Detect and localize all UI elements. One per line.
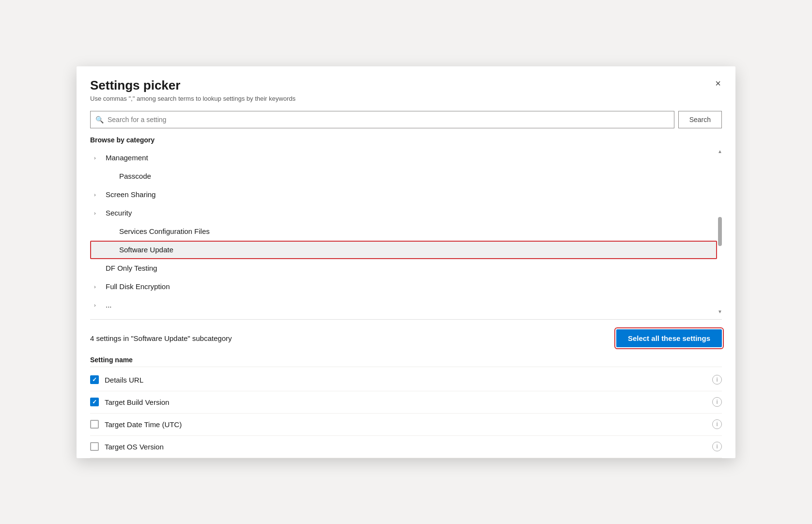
search-input[interactable] [108, 116, 669, 123]
category-label: Management [106, 154, 148, 162]
settings-row-target-date-time: Target Date Time (UTC)i [90, 414, 722, 436]
category-item-passcode[interactable]: Passcode [90, 167, 717, 185]
modal-subtitle: Use commas "," among search terms to loo… [90, 95, 722, 102]
settings-rows-list: ✓Details URLi✓Target Build VersioniTarge… [90, 369, 722, 458]
category-label: Security [106, 209, 132, 217]
settings-picker-modal: Settings picker Use commas "," among sea… [77, 66, 735, 458]
info-symbol: i [717, 443, 718, 450]
category-item-df-only-testing[interactable]: DF Only Testing [90, 259, 717, 277]
scroll-up-arrow[interactable]: ▲ [718, 149, 722, 154]
info-symbol: i [717, 376, 718, 383]
checkbox-target-date-time[interactable] [90, 420, 99, 429]
search-icon: 🔍 [95, 116, 104, 123]
checkbox-details-url[interactable]: ✓ [90, 375, 99, 384]
scroll-down-arrow[interactable]: ▼ [718, 309, 722, 314]
category-item-services-config[interactable]: Services Configuration Files [90, 222, 717, 241]
category-label: Passcode [119, 172, 151, 180]
category-label: ... [106, 301, 112, 309]
info-icon-target-date-time[interactable]: i [712, 419, 722, 429]
bottom-section: 4 settings in "Software Update" subcateg… [77, 323, 735, 458]
setting-name-target-date-time: Target Date Time (UTC) [105, 420, 706, 429]
info-icon-details-url[interactable]: i [712, 375, 722, 385]
settings-column-header: Setting name [90, 353, 722, 367]
category-item-full-disk-encryption[interactable]: ›Full Disk Encryption [90, 277, 717, 296]
checkbox-target-build-version[interactable]: ✓ [90, 398, 99, 406]
select-all-button[interactable]: Select all these settings [616, 329, 722, 347]
info-symbol: i [717, 421, 718, 428]
settings-row-target-build-version: ✓Target Build Versioni [90, 391, 722, 414]
chevron-icon: › [94, 210, 102, 216]
bottom-header: 4 settings in "Software Update" subcateg… [90, 329, 722, 347]
chevron-icon: › [94, 284, 102, 290]
category-list: ›ManagementPasscode›Screen Sharing›Secur… [90, 149, 717, 314]
category-item-security[interactable]: ›Security [90, 204, 717, 222]
category-label: Screen Sharing [106, 190, 156, 199]
checkbox-target-os-version[interactable] [90, 442, 99, 451]
category-item-more[interactable]: ›... [90, 296, 717, 314]
info-symbol: i [717, 399, 718, 405]
settings-row-details-url: ✓Details URLi [90, 369, 722, 391]
category-label: Software Update [119, 246, 173, 254]
browse-label: Browse by category [77, 134, 735, 147]
chevron-icon: › [94, 302, 102, 308]
category-list-wrap: ›ManagementPasscode›Screen Sharing›Secur… [77, 147, 735, 316]
scroll-thumb[interactable] [718, 217, 722, 246]
setting-name-target-build-version: Target Build Version [105, 398, 706, 406]
setting-name-details-url: Details URL [105, 376, 706, 384]
checkmark-icon: ✓ [92, 399, 97, 405]
category-label: Services Configuration Files [119, 227, 210, 235]
search-button[interactable]: Search [678, 111, 722, 128]
modal-header: Settings picker Use commas "," among sea… [77, 66, 735, 106]
chevron-icon: › [94, 155, 102, 161]
info-icon-target-build-version[interactable]: i [712, 397, 722, 407]
category-item-software-update[interactable]: Software Update [90, 241, 717, 259]
scrollbar: ▲ ▼ [717, 149, 722, 314]
modal-title: Settings picker [90, 78, 722, 93]
close-button[interactable]: × [710, 76, 726, 92]
search-row: 🔍 Search [77, 106, 735, 134]
info-icon-target-os-version[interactable]: i [712, 442, 722, 451]
chevron-icon: › [94, 192, 102, 198]
checkmark-icon: ✓ [92, 376, 97, 383]
category-item-management[interactable]: ›Management [90, 149, 717, 167]
search-input-wrap: 🔍 [90, 111, 674, 128]
settings-count: 4 settings in "Software Update" subcateg… [90, 334, 232, 342]
category-label: DF Only Testing [106, 264, 157, 272]
divider [90, 319, 722, 320]
category-item-screen-sharing[interactable]: ›Screen Sharing [90, 185, 717, 204]
category-label: Full Disk Encryption [106, 282, 170, 291]
setting-name-target-os-version: Target OS Version [105, 443, 706, 451]
settings-row-target-os-version: Target OS Versioni [90, 436, 722, 458]
